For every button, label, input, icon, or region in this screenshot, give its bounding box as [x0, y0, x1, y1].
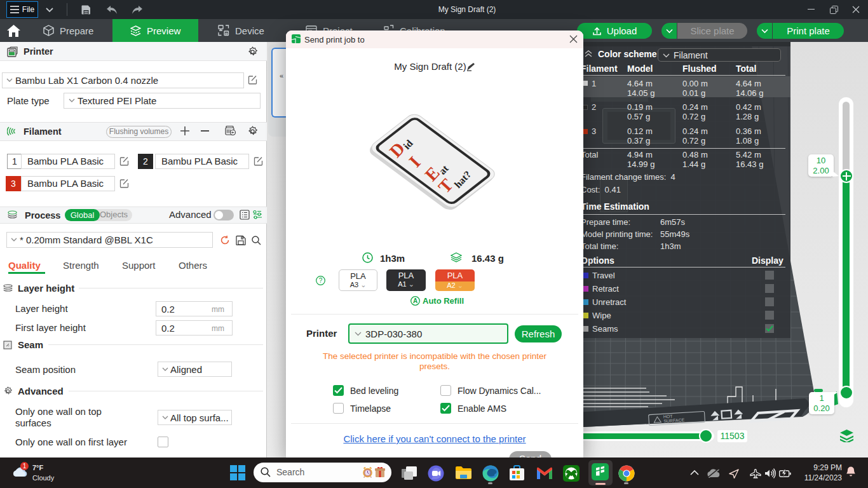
svg-text:A: A [413, 297, 417, 304]
svg-text:?: ? [319, 277, 323, 284]
svg-text:SURFACE: SURFACE [663, 417, 685, 423]
